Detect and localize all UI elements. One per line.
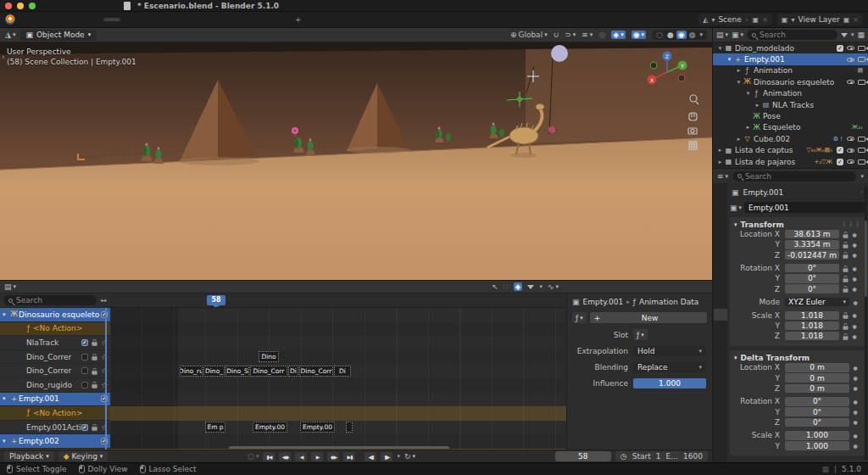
expand-chevron-icon[interactable]: ▾ — [735, 79, 743, 86]
chevron-down-icon[interactable]: ▾ — [397, 453, 400, 460]
lock-icon[interactable] — [843, 278, 849, 282]
step-back-button[interactable]: ◀▮ — [364, 452, 376, 461]
value-field[interactable]: 0°▾ — [785, 264, 839, 272]
value-field[interactable]: 38.613 m▾ — [785, 230, 839, 238]
nla-menu-item[interactable] — [31, 286, 45, 288]
exclude-checkbox[interactable]: ✓ — [837, 45, 843, 52]
nla-strip[interactable]: Dino_ — [203, 366, 225, 377]
nla-track-row[interactable]: ƒ <No Action> ✓ ☆ — [0, 322, 110, 337]
expand-chevron-icon[interactable]: ▾ — [3, 438, 9, 444]
solid-shading-button[interactable]: ● — [665, 31, 676, 39]
properties-scrollbar[interactable] — [865, 187, 867, 460]
pin-icon[interactable]: ◦ — [745, 16, 749, 24]
scene-selector[interactable]: ◭ ▾ Scene ◦ ▣ × — [698, 14, 772, 25]
outliner-search-input[interactable]: Search — [747, 30, 837, 40]
track-mute-checkbox[interactable]: ✓ — [81, 382, 88, 388]
expand-chevron-icon[interactable]: ▾ — [3, 311, 9, 318]
lock-icon[interactable] — [843, 326, 849, 329]
nla-strip[interactable]: Empty.00 — [253, 422, 287, 433]
new-action-button[interactable]: +New — [590, 312, 707, 323]
nla-menu-item[interactable] — [18, 286, 31, 288]
outliner-row[interactable]: ▸ ▦ Lista de captus ▽₃₀Ж₅▤₅ ✓ — [713, 145, 868, 156]
properties-tab-icon[interactable] — [714, 289, 727, 301]
gizmo-x-neg[interactable] — [678, 75, 685, 81]
animate-dot-icon[interactable]: ● — [849, 312, 860, 318]
nla-strip[interactable]: Dino_ru — [180, 366, 203, 377]
start-value[interactable]: 1 — [656, 452, 661, 461]
expand-chevron-icon[interactable]: ▸ — [735, 136, 743, 142]
animate-dot-icon[interactable]: ● — [849, 252, 860, 258]
outliner-display-mode-dropdown[interactable]: ▤▾ — [716, 31, 728, 39]
nla-strip[interactable]: Dino_Corr — [250, 366, 287, 377]
value-field[interactable]: 0 m▾ — [785, 384, 849, 393]
value-field[interactable]: 0°▾ — [785, 397, 849, 405]
nla-track-row[interactable]: NlaTrack ✓ ☆ — [0, 336, 110, 350]
lock-icon[interactable] — [843, 289, 849, 293]
maximize-window-button[interactable] — [29, 3, 36, 9]
properties-tab-icon[interactable] — [714, 192, 727, 204]
lock-icon[interactable] — [843, 255, 849, 259]
keying-menu[interactable]: ◆Keying▾ — [58, 451, 108, 461]
sync-visible-range-toggle[interactable]: ◈ — [514, 282, 523, 291]
value-field[interactable]: 1.018▾ — [785, 332, 839, 340]
animate-dot-icon[interactable]: ● — [849, 399, 861, 405]
properties-editor-dropdown[interactable]: ≡▾ — [717, 172, 728, 181]
filter-icon[interactable] — [527, 285, 534, 289]
animate-dot-icon[interactable]: ● — [849, 286, 860, 292]
nla-menu-item[interactable] — [45, 286, 58, 288]
close-window-button[interactable] — [5, 3, 12, 9]
track-mute-checkbox[interactable]: ✓ — [81, 339, 88, 346]
frame-range-fields[interactable]: ◷ Start 1 E… 1600 — [615, 451, 708, 461]
menu-item[interactable] — [34, 18, 49, 21]
expand-chevron-icon[interactable]: ▾ — [3, 395, 9, 402]
workspace-tab[interactable] — [159, 18, 176, 21]
menu-item[interactable] — [64, 18, 80, 21]
value-field[interactable]: 0 m▾ — [785, 373, 849, 382]
nla-strips-area[interactable]: DinoDino_ruDino_Dino_SDino_CorrDiDino_Co… — [110, 308, 566, 450]
disable-render-icon[interactable] — [858, 80, 865, 85]
workspace-tab[interactable] — [271, 18, 288, 21]
animate-dot-icon[interactable]: ● — [849, 232, 860, 238]
nla-strip[interactable]: Dino — [259, 351, 279, 362]
jump-to-start-button[interactable]: ▮◀ — [263, 452, 275, 461]
value-field[interactable]: -0.012447 m▾ — [785, 250, 839, 259]
rendered-shading-button[interactable]: ◍ — [687, 31, 698, 39]
properties-tab-icon[interactable] — [714, 309, 727, 321]
gizmo-y-neg[interactable] — [650, 62, 657, 69]
nla-track-row[interactable]: Dino_Correr ✓ ☆ — [0, 364, 110, 378]
filter-icon[interactable] — [841, 33, 848, 37]
expand-chevron-icon[interactable]: ▸ — [744, 124, 752, 131]
chevron-down-icon[interactable]: ▾ — [539, 283, 542, 290]
expand-chevron-icon[interactable]: ▸ — [716, 159, 724, 165]
nla-strip[interactable]: Dino_Corr — [299, 366, 333, 377]
action-id-dropdown[interactable]: ƒ▾ — [572, 312, 587, 323]
viewport-menu-item[interactable] — [142, 34, 155, 36]
lock-icon[interactable] — [843, 268, 849, 271]
new-collection-button[interactable]: ▦ — [857, 31, 865, 39]
nla-track-row[interactable]: ▾ Ж Dinosaurio esqueleto ✓ ☆ — [0, 308, 110, 322]
strips-horizontal-scrollbar[interactable] — [229, 446, 449, 449]
nla-menu-item[interactable] — [58, 286, 72, 288]
jump-to-end-button[interactable]: ▶▮ — [343, 452, 355, 461]
lock-icon[interactable] — [843, 316, 849, 319]
value-field[interactable]: 1.018▾ — [785, 321, 839, 330]
properties-tab-icon[interactable] — [714, 231, 727, 243]
animate-dot-icon[interactable]: ● — [849, 433, 861, 439]
hide-eye-icon[interactable] — [847, 46, 854, 50]
wireframe-shading-button[interactable]: ◌ — [654, 31, 665, 39]
end-value[interactable]: 1600 — [683, 452, 703, 461]
new-scene-icon[interactable]: ▣ — [753, 16, 760, 24]
lock-icon[interactable] — [92, 427, 97, 431]
nla-strip[interactable]: Di — [334, 366, 351, 377]
workspace-tab[interactable] — [103, 18, 120, 21]
value-field[interactable]: 1.000▾ — [785, 431, 849, 439]
animate-dot-icon[interactable]: ● — [849, 333, 860, 339]
expand-chevron-icon[interactable]: ▾ — [744, 90, 752, 97]
pin-icon[interactable]: ◦ — [860, 188, 864, 197]
value-field[interactable]: 3.3354 m▾ — [785, 240, 839, 249]
disable-render-icon[interactable] — [858, 148, 865, 153]
close-icon[interactable]: × — [762, 16, 768, 24]
animate-dot-icon[interactable]: ● — [849, 323, 860, 329]
outliner-row[interactable]: ▸ ƒ Animation ▤ ✓ — [713, 65, 868, 76]
value-field[interactable]: 0°▾ — [785, 407, 849, 416]
